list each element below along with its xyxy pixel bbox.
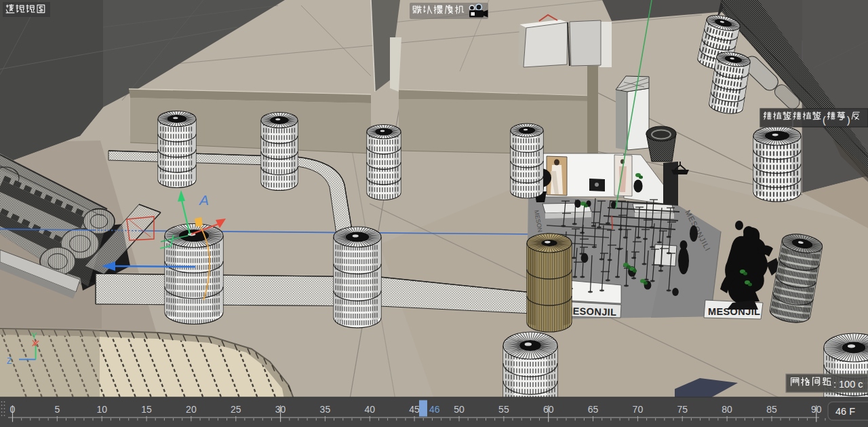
svg-text:60: 60 bbox=[543, 404, 554, 415]
svg-text:46 F: 46 F bbox=[835, 406, 855, 417]
svg-text:Z: Z bbox=[7, 356, 12, 366]
svg-text:10: 10 bbox=[96, 404, 107, 415]
svg-text:65: 65 bbox=[588, 404, 599, 415]
svg-text:55: 55 bbox=[498, 404, 509, 415]
svg-text:(: ( bbox=[823, 115, 826, 126]
svg-text:): ) bbox=[847, 115, 850, 126]
svg-text:20: 20 bbox=[186, 404, 197, 415]
svg-text:35: 35 bbox=[320, 404, 331, 415]
svg-text:75: 75 bbox=[677, 404, 688, 415]
svg-text:0: 0 bbox=[10, 404, 16, 415]
svg-text:50: 50 bbox=[454, 404, 465, 415]
svg-text:30: 30 bbox=[275, 404, 286, 415]
svg-text:25: 25 bbox=[231, 404, 241, 415]
svg-text:70: 70 bbox=[633, 404, 644, 415]
svg-text:15: 15 bbox=[141, 404, 152, 415]
svg-text:MESONJIL: MESONJIL bbox=[564, 305, 617, 318]
svg-text:80: 80 bbox=[722, 404, 732, 415]
svg-text:5: 5 bbox=[54, 404, 60, 415]
svg-text:46: 46 bbox=[429, 404, 440, 415]
svg-text:45: 45 bbox=[409, 404, 420, 415]
svg-text:85: 85 bbox=[766, 404, 777, 415]
svg-text:40: 40 bbox=[365, 404, 376, 415]
svg-text:90: 90 bbox=[811, 404, 822, 415]
svg-text:: 100 c: : 100 c bbox=[833, 379, 863, 390]
svg-text:A: A bbox=[198, 192, 209, 208]
